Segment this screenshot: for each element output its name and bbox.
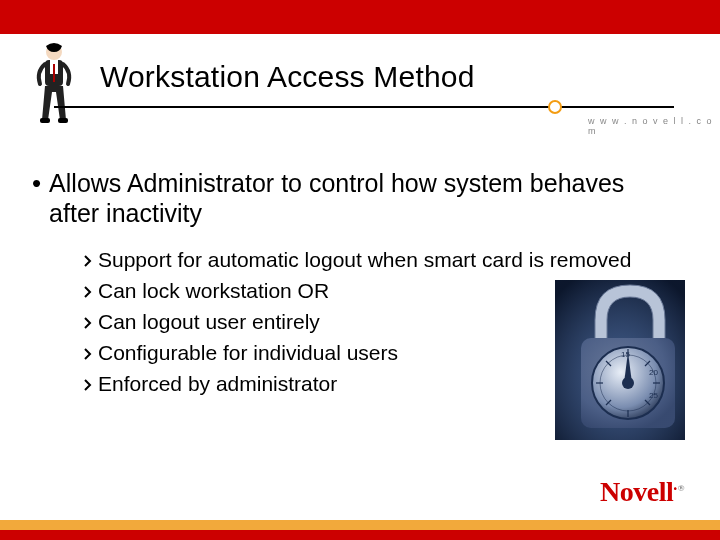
title-rule — [54, 106, 674, 108]
title-accent-circle-icon — [548, 100, 562, 114]
bullet-text: Configurable for individual users — [98, 339, 398, 366]
svg-rect-4 — [40, 118, 50, 123]
svg-text:20: 20 — [649, 368, 658, 377]
chevron-right-icon — [84, 284, 98, 302]
footer-stripe-red — [0, 530, 720, 540]
slide: Workstation Access Method w w w . n o v … — [0, 0, 720, 540]
chevron-right-icon — [84, 346, 98, 364]
chevron-right-icon — [84, 377, 98, 395]
svg-text:15: 15 — [621, 350, 630, 359]
chevron-right-icon — [84, 315, 98, 333]
header-stripe — [0, 0, 720, 34]
bullet-text: Can lock workstation OR — [98, 277, 329, 304]
list-item: • Allows Administrator to control how sy… — [32, 168, 672, 228]
logo-dot-icon: . — [673, 476, 677, 493]
svg-rect-3 — [53, 64, 55, 82]
footer — [0, 500, 720, 540]
bullet-text: Allows Administrator to control how syst… — [49, 168, 672, 228]
logo-registered-mark: ® — [678, 483, 684, 493]
padlock-image: 20 25 15 — [555, 280, 685, 440]
mascot-figure — [30, 42, 78, 130]
svg-rect-5 — [58, 118, 68, 123]
website-url: w w w . n o v e l l . c o m — [588, 116, 720, 136]
bullet-text: Can logout user entirely — [98, 308, 320, 335]
bullet-dot-icon: • — [32, 168, 41, 198]
list-item: Support for automatic logout when smart … — [84, 246, 672, 273]
chevron-right-icon — [84, 253, 98, 271]
bullet-text: Support for automatic logout when smart … — [98, 246, 631, 273]
bullet-text: Enforced by administrator — [98, 370, 337, 397]
svg-text:25: 25 — [649, 391, 658, 400]
slide-title: Workstation Access Method — [100, 60, 475, 94]
footer-stripe-orange — [0, 520, 720, 530]
